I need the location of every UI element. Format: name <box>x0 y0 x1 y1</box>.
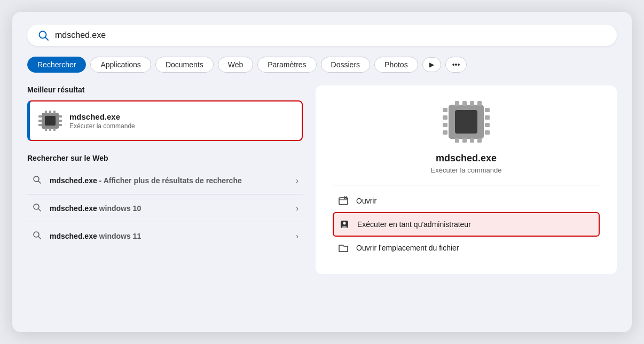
tab-dossiers[interactable]: Dossiers <box>321 57 370 73</box>
app-icon-large <box>442 100 490 143</box>
svg-rect-12 <box>38 124 42 126</box>
svg-rect-23 <box>455 110 477 134</box>
svg-rect-15 <box>59 124 62 126</box>
web-search-icon-1 <box>32 203 42 213</box>
right-panel: mdsched.exe Exécuter la commande Ouvrir <box>316 85 617 274</box>
tab-photos[interactable]: Photos <box>374 57 418 73</box>
app-subtitle: Exécuter la commande <box>431 166 502 174</box>
admin-icon <box>339 219 350 230</box>
svg-rect-31 <box>477 138 482 143</box>
svg-rect-3 <box>45 116 56 126</box>
svg-rect-10 <box>38 115 42 118</box>
svg-rect-38 <box>485 123 490 127</box>
action-list: Ouvrir Exécuter en tant qu'administrateu… <box>333 190 600 259</box>
svg-rect-6 <box>53 111 56 114</box>
svg-rect-35 <box>443 130 447 135</box>
left-panel: Meilleur résultat <box>27 85 316 274</box>
web-result-text-2: mdsched.exe windows 11 <box>50 232 288 240</box>
tab-rechercher[interactable]: Rechercher <box>27 57 86 73</box>
web-search-icon-2 <box>32 231 42 241</box>
svg-rect-37 <box>485 115 490 120</box>
svg-rect-32 <box>443 108 447 112</box>
web-result-item-0[interactable]: mdsched.exe - Afficher plus de résultats… <box>27 169 303 192</box>
tab-more-button[interactable]: ••• <box>445 57 467 73</box>
svg-rect-28 <box>455 138 459 143</box>
svg-rect-13 <box>59 115 62 118</box>
chevron-right-1: › <box>296 204 299 213</box>
svg-rect-14 <box>59 120 62 122</box>
tab-parametres[interactable]: Paramètres <box>257 57 316 73</box>
svg-rect-36 <box>485 108 490 112</box>
web-search-icon-0 <box>32 175 42 185</box>
main-content: Meilleur résultat <box>27 85 617 274</box>
svg-rect-29 <box>462 138 467 143</box>
search-bar <box>27 25 617 46</box>
web-result-sub-1: windows 10 <box>97 204 141 213</box>
action-executer-admin-label: Exécuter en tant qu'administrateur <box>357 220 471 229</box>
tab-applications[interactable]: Applications <box>90 57 151 73</box>
app-title-large: mdsched.exe <box>436 153 497 164</box>
divider-1 <box>27 222 303 222</box>
action-ouvrir-label: Ouvrir <box>356 197 376 205</box>
web-result-bold-1: mdsched.exe <box>50 204 97 213</box>
chip-icon <box>38 110 62 131</box>
svg-rect-25 <box>462 101 467 106</box>
svg-rect-4 <box>45 111 47 114</box>
search-icon <box>38 30 49 41</box>
divider-0 <box>27 194 303 194</box>
app-icon-small <box>38 109 62 132</box>
open-icon <box>338 196 349 206</box>
svg-rect-39 <box>485 130 490 135</box>
web-result-bold-2: mdsched.exe <box>50 232 97 240</box>
web-result-sub-2: windows 11 <box>97 232 141 240</box>
tab-web[interactable]: Web <box>218 57 254 73</box>
svg-line-21 <box>38 237 41 239</box>
tab-play-button[interactable]: ▶ <box>422 57 441 72</box>
svg-rect-27 <box>477 101 482 106</box>
svg-rect-24 <box>455 101 459 106</box>
action-ouvrir[interactable]: Ouvrir <box>333 190 600 212</box>
web-result-text-0: mdsched.exe - Afficher plus de résultats… <box>50 176 288 185</box>
svg-line-17 <box>38 181 41 183</box>
svg-rect-9 <box>53 128 56 131</box>
svg-point-42 <box>343 222 346 225</box>
best-result-name: mdsched.exe <box>69 112 293 121</box>
svg-rect-8 <box>49 128 51 131</box>
action-executer-admin[interactable]: Exécuter en tant qu'administrateur <box>333 212 600 237</box>
web-result-text-1: mdsched.exe windows 10 <box>50 204 288 213</box>
action-divider <box>333 185 600 185</box>
filter-tabs: Rechercher Applications Documents Web Pa… <box>27 57 617 73</box>
tab-documents[interactable]: Documents <box>155 57 214 73</box>
chevron-right-2: › <box>296 232 299 240</box>
svg-rect-33 <box>443 115 447 120</box>
best-result-type: Exécuter la commande <box>69 122 293 130</box>
svg-rect-26 <box>470 101 474 106</box>
svg-rect-7 <box>45 128 47 131</box>
best-result-info: mdsched.exe Exécuter la commande <box>69 112 293 130</box>
svg-rect-30 <box>470 138 474 143</box>
search-input[interactable] <box>55 30 606 40</box>
chevron-right-0: › <box>296 176 299 185</box>
action-ouvrir-emplacement-label: Ouvrir l'emplacement du fichier <box>356 244 459 252</box>
chip-icon-large <box>442 100 490 143</box>
web-search-title: Rechercher sur le Web <box>27 154 303 162</box>
svg-rect-5 <box>49 111 51 114</box>
web-result-sub-0: - Afficher plus de résultats de recherch… <box>97 176 242 185</box>
search-panel: Rechercher Applications Documents Web Pa… <box>12 12 632 332</box>
svg-rect-34 <box>443 123 447 127</box>
svg-line-1 <box>45 37 48 40</box>
action-ouvrir-emplacement[interactable]: Ouvrir l'emplacement du fichier <box>333 237 600 259</box>
web-result-bold-0: mdsched.exe <box>50 176 97 185</box>
web-result-item-2[interactable]: mdsched.exe windows 11 › <box>27 224 303 247</box>
svg-rect-11 <box>38 120 42 122</box>
folder-icon <box>338 243 349 253</box>
best-result-title: Meilleur résultat <box>27 85 303 94</box>
web-result-item-1[interactable]: mdsched.exe windows 10 › <box>27 197 303 220</box>
svg-line-19 <box>38 209 41 211</box>
best-result-card[interactable]: mdsched.exe Exécuter la commande <box>27 100 303 141</box>
